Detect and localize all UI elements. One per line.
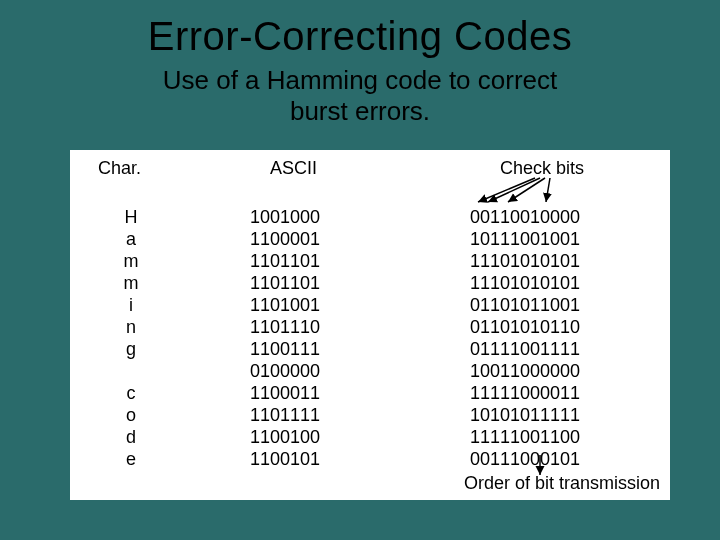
arrow-check-1-icon [478, 178, 535, 202]
column-char: H a m m i n g c o d e [116, 206, 146, 470]
column-header-char: Char. [98, 158, 141, 179]
figure-panel: Char. ASCII Check bits H a m m i n g c o… [70, 150, 670, 500]
column-ascii: 1001000 1100001 1101101 1101101 1101001 … [250, 206, 320, 470]
subtitle-line-1: Use of a Hamming code to correct [163, 65, 558, 95]
arrow-check-4-icon [546, 178, 550, 202]
column-header-check: Check bits [500, 158, 584, 179]
column-header-ascii: ASCII [270, 158, 317, 179]
arrow-check-3-icon [508, 178, 545, 202]
subtitle-line-2: burst errors. [290, 96, 430, 126]
column-check: 00110010000 10111001001 11101010101 1110… [470, 206, 580, 470]
arrow-check-2-icon [488, 178, 540, 202]
caption-order: Order of bit transmission [464, 473, 660, 494]
slide: Error-Correcting Codes Use of a Hamming … [0, 0, 720, 540]
slide-title: Error-Correcting Codes [0, 0, 720, 59]
slide-subtitle: Use of a Hamming code to correct burst e… [0, 65, 720, 127]
